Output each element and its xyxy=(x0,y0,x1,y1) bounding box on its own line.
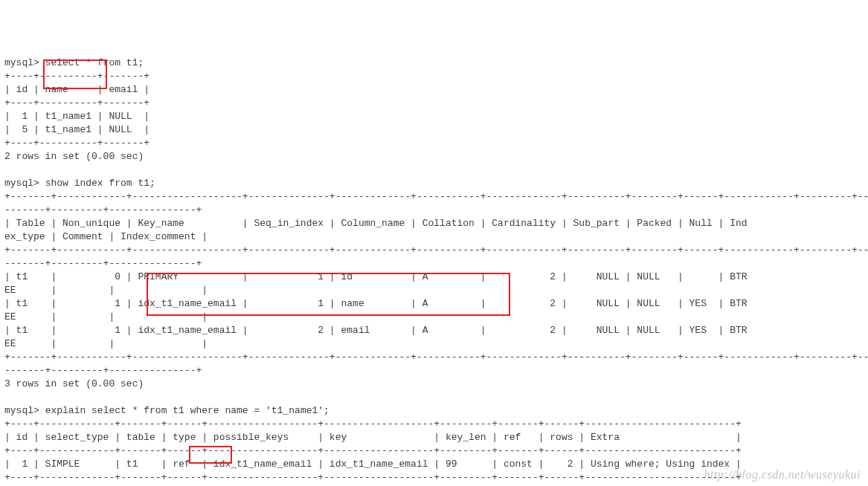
table-row: | 1 | t1_name1 | NULL | xyxy=(4,111,150,122)
table-border: +-------+------------+------------------… xyxy=(4,244,868,256)
watermark: http://blog.csdn.net/wuseyukui xyxy=(704,468,861,482)
table-border: +----+-------------+-------+------+-----… xyxy=(4,445,742,456)
table-header: | Table | Non_unique | Key_name | Seq_in… xyxy=(4,218,748,229)
table-row: EE | | | xyxy=(4,311,208,323)
table-border: +-------+------------+------------------… xyxy=(4,191,868,202)
sql-query-3: explain select * from t1 where name = 't… xyxy=(45,405,329,416)
table-header: ex_type | Comment | Index_comment | xyxy=(4,231,208,242)
table-border: +----+----------+-------+ xyxy=(4,97,150,108)
table-header: | id | select_type | table | type | poss… xyxy=(4,432,742,443)
table-border: +-------+------------+------------------… xyxy=(4,351,868,363)
table-row: EE | | | xyxy=(4,338,208,349)
mysql-prompt: mysql> xyxy=(4,57,39,68)
table-row: | 5 | t1_name1 | NULL | xyxy=(4,124,150,135)
table-border: +----+----------+-------+ xyxy=(4,137,150,149)
sql-query-2: show index from t1; xyxy=(45,178,155,189)
table-border: +----+----------+-------+ xyxy=(4,71,150,82)
table-row: EE | | | xyxy=(4,285,208,296)
table-row: | t1 | 0 | PRIMARY | 1 | id | A | 2 | NU… xyxy=(4,271,748,282)
table-border: +----+-------------+-------+------+-----… xyxy=(4,418,742,430)
table-row: | t1 | 1 | idx_t1_name_email | 1 | name … xyxy=(4,298,748,309)
table-row: | t1 | 1 | idx_t1_name_email | 2 | email… xyxy=(4,325,748,336)
table-header: | id | name | email | xyxy=(4,84,150,95)
table-row: | 1 | SIMPLE | t1 | ref | idx_t1_name_em… xyxy=(4,459,742,470)
mysql-prompt: mysql> xyxy=(4,178,39,189)
table-border: +----+-------------+-------+------+-----… xyxy=(4,472,742,483)
sql-query-1: select * from t1; xyxy=(45,57,144,68)
result-footer: 2 rows in set (0.00 sec) xyxy=(4,151,144,162)
table-border: -------+---------+---------------+ xyxy=(4,258,202,269)
table-border: -------+---------+---------------+ xyxy=(4,365,202,376)
result-footer: 3 rows in set (0.00 sec) xyxy=(4,378,144,389)
mysql-prompt: mysql> xyxy=(4,405,39,416)
table-border: -------+---------+---------------+ xyxy=(4,204,202,216)
